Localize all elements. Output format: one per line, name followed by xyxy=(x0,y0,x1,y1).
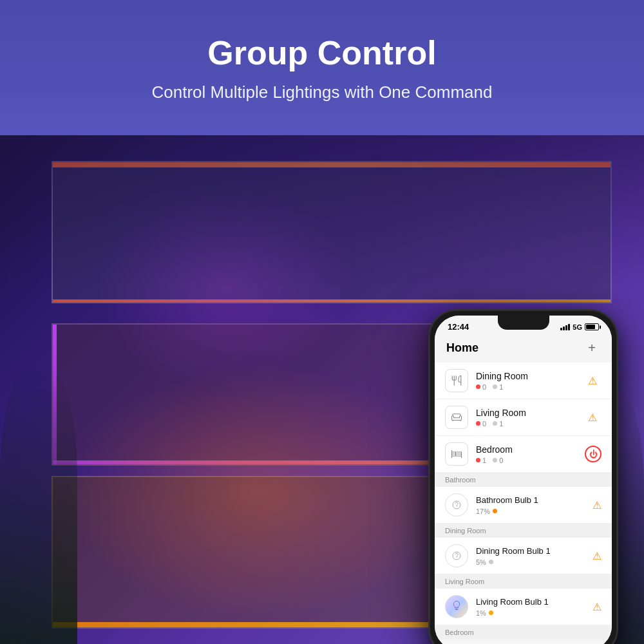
living-room-name: Living Room xyxy=(476,408,583,418)
sky-overlay xyxy=(0,135,644,288)
bedroom-device-on: 1 xyxy=(476,457,486,464)
bedroom-name: Bedroom xyxy=(476,444,585,455)
living-room-icon xyxy=(445,406,468,429)
battery-icon xyxy=(585,323,599,330)
sub-title: Control Multiple Lightings with One Comm… xyxy=(152,82,493,102)
bathroom-bulb-status: 17% xyxy=(476,507,592,515)
bedroom-power-button[interactable]: ⏻ xyxy=(585,446,601,462)
dining-section-label: Dining Room xyxy=(435,524,612,538)
dining-brightness: 5% xyxy=(476,558,486,566)
dining-bulb-status: 5% xyxy=(476,558,592,566)
on-dot xyxy=(493,384,497,389)
signal-bar-2 xyxy=(563,327,565,330)
bedroom-section-label: Bedroom xyxy=(435,625,612,639)
room-item-bedroom[interactable]: Bedroom 1 0 xyxy=(435,436,612,473)
living-bulb-item[interactable]: Living Room Bulb 1 1% ⚠ xyxy=(435,589,612,625)
on-indicator xyxy=(476,458,480,462)
living-device-off: 0 xyxy=(476,420,486,428)
off-indicator xyxy=(493,458,497,462)
living-brightness: 1% xyxy=(476,609,486,617)
dining-bulb-name: Dining Room Bulb 1 xyxy=(476,546,592,556)
living-bulb-status: 1% xyxy=(476,609,592,617)
dining-bulb-warning[interactable]: ⚠ xyxy=(592,550,601,562)
signal-bar-3 xyxy=(565,325,567,330)
dining-room-icon xyxy=(445,369,468,392)
status-time: 12:44 xyxy=(448,322,469,332)
network-label: 5G xyxy=(573,323,582,331)
room-item-dining[interactable]: Dining Room 0 1 xyxy=(435,363,612,399)
living-device-on: 1 xyxy=(493,420,503,428)
dining-device-off: 0 xyxy=(476,383,486,391)
bedroom-info: Bedroom 1 0 xyxy=(476,444,585,464)
signal-bar-1 xyxy=(560,328,562,330)
bathroom-bulb-name: Bathroom Bulb 1 xyxy=(476,495,592,505)
bedroom-device-off: 0 xyxy=(493,457,503,464)
bathroom-section-label: Bathroom xyxy=(435,473,612,487)
house-section: 12:44 5G xyxy=(0,135,644,644)
on-dot xyxy=(493,421,497,426)
bathroom-bulb-icon xyxy=(445,493,468,516)
floor-upper-bottom-glow xyxy=(53,299,611,302)
header-section: Group Control Control Multiple Lightings… xyxy=(0,0,644,135)
page-wrapper: Group Control Control Multiple Lightings… xyxy=(0,0,644,644)
battery-fill xyxy=(586,325,595,329)
off-dot xyxy=(476,421,480,426)
phone-mockup: 12:44 5G xyxy=(428,309,618,644)
room-item-living[interactable]: Living Room 0 1 xyxy=(435,399,612,436)
bathroom-brightness: 17% xyxy=(476,507,490,515)
bathroom-status-dot xyxy=(493,509,497,513)
dining-room-warning-icon[interactable]: ⚠ xyxy=(583,372,601,390)
dining-bulb-icon xyxy=(445,544,468,567)
living-section-label: Living Room xyxy=(435,574,612,589)
bathroom-bulb-warning[interactable]: ⚠ xyxy=(592,499,601,511)
living-room-warning-icon[interactable]: ⚠ xyxy=(583,408,601,426)
dining-room-info: Dining Room 0 1 xyxy=(476,371,583,391)
room-groups: Dining Room 0 1 xyxy=(435,363,612,473)
living-room-devices: 0 1 xyxy=(476,420,583,428)
tree-left xyxy=(0,365,77,645)
app-header: Home + xyxy=(435,334,612,363)
living-bulb-warning[interactable]: ⚠ xyxy=(592,601,601,613)
signal-bar-4 xyxy=(568,324,570,330)
status-icons: 5G xyxy=(560,323,599,331)
living-room-info: Living Room 0 1 xyxy=(476,408,583,428)
dining-bulb-item[interactable]: Dining Room Bulb 1 5% ⚠ xyxy=(435,538,612,574)
bathroom-bulb-item[interactable]: Bathroom Bulb 1 17% ⚠ xyxy=(435,487,612,524)
bathroom-bulb-info: Bathroom Bulb 1 17% xyxy=(476,495,592,515)
dining-device-on: 1 xyxy=(493,383,503,391)
phone-screen: 12:44 5G xyxy=(435,316,612,644)
living-status-dot xyxy=(489,611,493,615)
living-bulb-info: Living Room Bulb 1 1% xyxy=(476,597,592,617)
main-title: Group Control xyxy=(207,33,436,72)
dining-room-devices: 0 1 xyxy=(476,383,583,391)
bedroom-icon xyxy=(445,442,468,466)
bedroom-devices: 1 0 xyxy=(476,457,585,464)
living-bulb-icon xyxy=(445,595,468,618)
off-dot xyxy=(476,384,480,389)
dining-bulb-info: Dining Room Bulb 1 5% xyxy=(476,546,592,566)
dining-status-dot xyxy=(489,560,493,564)
signal-bars-icon xyxy=(560,323,570,330)
add-room-button[interactable]: + xyxy=(583,339,600,356)
phone-notch xyxy=(498,316,549,330)
app-title: Home xyxy=(446,341,478,355)
living-bulb-name: Living Room Bulb 1 xyxy=(476,597,592,607)
dining-room-name: Dining Room xyxy=(476,371,583,381)
